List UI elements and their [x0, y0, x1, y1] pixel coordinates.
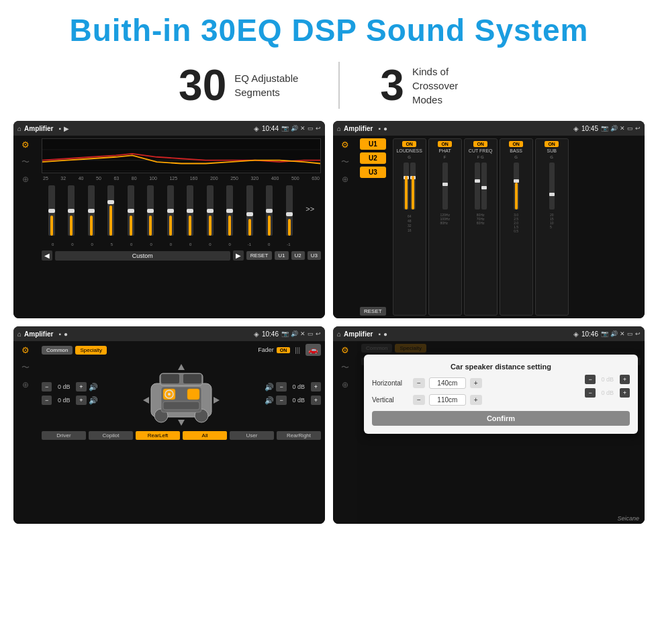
reset-btn[interactable]: RESET: [246, 251, 273, 260]
right-plus-2[interactable]: +: [620, 388, 630, 398]
filter-btn-4[interactable]: ⚙: [341, 345, 349, 355]
slider-cf2[interactable]: [481, 163, 487, 210]
minimize-icon-3[interactable]: ▭: [308, 330, 314, 337]
custom-btn[interactable]: Custom: [55, 251, 230, 261]
horizontal-plus[interactable]: +: [470, 378, 482, 388]
confirm-btn[interactable]: Confirm: [372, 411, 630, 426]
slider-cf1[interactable]: [475, 163, 480, 210]
back-icon-3[interactable]: ↩: [316, 330, 321, 337]
filter-btn[interactable]: ⚙: [21, 140, 30, 150]
close-icon[interactable]: ✕: [300, 125, 306, 132]
all-btn[interactable]: All: [183, 431, 227, 440]
copilot-btn[interactable]: Copilot: [89, 431, 133, 440]
minimize-icon-4[interactable]: ▭: [627, 330, 633, 337]
minus-br[interactable]: −: [276, 396, 286, 405]
slider-9[interactable]: [207, 185, 214, 236]
slider-phat[interactable]: [442, 163, 448, 210]
close-icon-4[interactable]: ✕: [620, 330, 625, 337]
horizontal-minus[interactable]: −: [413, 378, 425, 388]
common-btn-3[interactable]: Common: [42, 346, 73, 355]
ch-sub-toggle[interactable]: ON: [545, 141, 559, 147]
expand-btn-3[interactable]: ⊕: [22, 380, 29, 389]
right-plus-1[interactable]: +: [620, 375, 630, 384]
slider-sub[interactable]: [549, 163, 555, 210]
slider-12[interactable]: [266, 185, 273, 236]
u1-btn[interactable]: U1: [275, 251, 288, 260]
expand-btn-4[interactable]: ⊕: [342, 380, 348, 389]
car-icon-btn[interactable]: 🚗: [306, 344, 321, 356]
plus-bl[interactable]: +: [76, 396, 86, 405]
ch-cutfreq-toggle[interactable]: ON: [473, 141, 487, 147]
expand-btn-2[interactable]: ⊕: [342, 175, 348, 184]
vertical-minus[interactable]: −: [413, 395, 425, 405]
slider-1[interactable]: [48, 185, 55, 236]
close-icon-2[interactable]: ✕: [620, 125, 625, 132]
minus-tr[interactable]: −: [276, 382, 286, 392]
wave-btn-4[interactable]: 〜: [341, 362, 349, 373]
slider-7[interactable]: [167, 185, 174, 236]
right-minus-1[interactable]: −: [585, 375, 595, 384]
user-btn[interactable]: User: [230, 431, 274, 440]
fader-toggle[interactable]: ON: [277, 347, 291, 353]
close-icon-3[interactable]: ✕: [300, 330, 306, 337]
wave-btn[interactable]: 〜: [21, 156, 30, 168]
camera-icon: 📷: [281, 125, 289, 132]
slider-5[interactable]: [128, 185, 134, 236]
u3-sel-btn[interactable]: U3: [360, 167, 386, 178]
ch-bass-sliders: [514, 159, 519, 213]
wave-btn-3[interactable]: 〜: [21, 362, 30, 373]
ch-phat-toggle[interactable]: ON: [438, 141, 452, 147]
home-icon[interactable]: ⌂: [17, 125, 21, 132]
horizontal-value[interactable]: 140cm: [429, 377, 466, 389]
slider-8[interactable]: [187, 185, 193, 236]
u1-sel-btn[interactable]: U1: [360, 138, 386, 150]
home-icon-3[interactable]: ⌂: [17, 330, 21, 338]
reset-btn-2[interactable]: RESET: [360, 307, 386, 316]
u2-sel-btn[interactable]: U2: [360, 152, 386, 164]
play-icon[interactable]: ▶: [64, 125, 69, 132]
slider-v1[interactable]: [404, 163, 409, 210]
home-icon-2[interactable]: ⌂: [337, 125, 341, 132]
slider-10[interactable]: [226, 185, 233, 236]
minimize-icon[interactable]: ▭: [308, 125, 314, 132]
slider-6[interactable]: [147, 185, 154, 236]
minus-bl[interactable]: −: [42, 396, 52, 405]
wave-btn-2[interactable]: 〜: [341, 156, 349, 168]
topbar-3: ⌂ Amplifier ▪ ● ◈ 10:46 📷 🔊 ✕ ▭ ↩: [13, 326, 325, 341]
back-icon[interactable]: ↩: [316, 125, 321, 132]
ch-bass-name: BASS: [510, 148, 522, 153]
more-icon[interactable]: >>: [306, 205, 314, 213]
back-icon-4[interactable]: ↩: [635, 330, 641, 337]
slider-v2[interactable]: [410, 163, 416, 210]
expand-btn[interactable]: ⊕: [22, 175, 29, 184]
vertical-value[interactable]: 110cm: [429, 394, 466, 406]
rearright-btn[interactable]: RearRight: [277, 431, 321, 440]
specialty-btn-3[interactable]: Specialty: [75, 346, 106, 355]
slider-bass[interactable]: [514, 163, 519, 210]
filter-btn-3[interactable]: ⚙: [21, 345, 30, 355]
slider-3[interactable]: [88, 185, 95, 236]
next-btn[interactable]: ▶: [233, 250, 244, 261]
u2-btn[interactable]: U2: [291, 251, 305, 260]
rearleft-btn[interactable]: RearLeft: [136, 431, 180, 440]
plus-tr[interactable]: +: [311, 382, 321, 392]
slider-4[interactable]: [107, 185, 114, 236]
filter-btn-2[interactable]: ⚙: [341, 140, 349, 150]
minus-tl[interactable]: −: [42, 382, 52, 392]
minimize-icon-2[interactable]: ▭: [627, 125, 633, 132]
eq-sliders: >>: [42, 182, 321, 236]
plus-tl[interactable]: +: [76, 382, 86, 392]
vertical-plus[interactable]: +: [470, 395, 482, 405]
plus-br[interactable]: +: [311, 396, 321, 405]
driver-btn[interactable]: Driver: [42, 431, 86, 440]
slider-13[interactable]: [286, 185, 293, 236]
back-icon-2[interactable]: ↩: [635, 125, 641, 132]
slider-2[interactable]: [68, 185, 75, 236]
slider-11[interactable]: [246, 185, 253, 236]
ch-bass-toggle[interactable]: ON: [509, 141, 523, 147]
u3-btn[interactable]: U3: [308, 251, 321, 260]
home-icon-4[interactable]: ⌂: [337, 330, 341, 338]
right-minus-2[interactable]: −: [585, 388, 595, 398]
prev-btn[interactable]: ◀: [42, 250, 52, 261]
ch-loudness-toggle[interactable]: ON: [402, 141, 416, 147]
